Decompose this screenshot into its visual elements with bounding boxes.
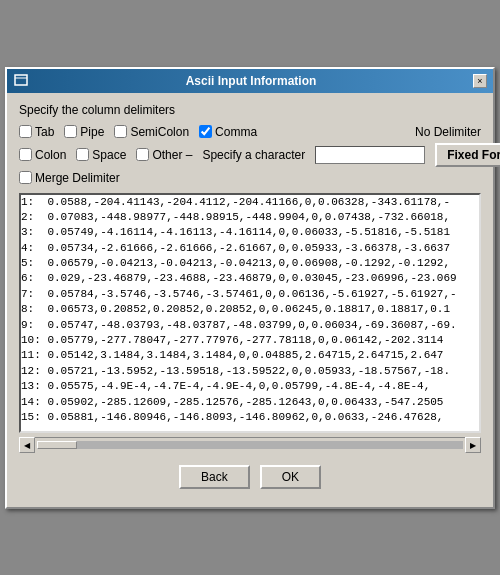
close-button[interactable]: × xyxy=(473,74,487,88)
delimiter-row-2: Colon Space Other – Specify a character … xyxy=(19,143,481,167)
data-scroll-container[interactable]: 1: 0.0588,-204.41143,-204.4112,-204.4116… xyxy=(21,195,479,431)
ok-button[interactable]: OK xyxy=(260,465,321,489)
fixed-format-button[interactable]: Fixed Format xyxy=(435,143,500,167)
svg-rect-0 xyxy=(15,75,27,85)
colon-checkbox[interactable] xyxy=(19,148,32,161)
tab-checkbox[interactable] xyxy=(19,125,32,138)
content-area: Specify the column delimiters Tab Pipe S… xyxy=(7,93,493,507)
title-bar: Ascii Input Information × xyxy=(7,69,493,93)
window-title: Ascii Input Information xyxy=(29,74,473,88)
scroll-left-arrow[interactable]: ◀ xyxy=(19,437,35,453)
space-checkbox-item: Space xyxy=(76,148,126,162)
space-checkbox[interactable] xyxy=(76,148,89,161)
pipe-checkbox[interactable] xyxy=(64,125,77,138)
window-icon xyxy=(13,73,29,89)
semicolon-checkbox[interactable] xyxy=(114,125,127,138)
specify-label: Specify a character xyxy=(202,148,305,162)
no-delimiter-label: No Delimiter xyxy=(415,125,481,139)
colon-checkbox-item: Colon xyxy=(19,148,66,162)
other-label: Other – xyxy=(152,148,192,162)
semicolon-checkbox-item: SemiColon xyxy=(114,125,189,139)
data-display-area: 1: 0.0588,-204.41143,-204.4112,-204.4116… xyxy=(19,193,481,433)
horizontal-scrollbar[interactable]: ◀ ▶ xyxy=(19,437,481,453)
scroll-track[interactable] xyxy=(37,441,463,449)
merge-checkbox-item: Merge Delimiter xyxy=(19,171,120,185)
merge-label: Merge Delimiter xyxy=(35,171,120,185)
tab-label: Tab xyxy=(35,125,54,139)
delimiter-section-label: Specify the column delimiters xyxy=(19,103,481,117)
other-checkbox-item: Other – xyxy=(136,148,192,162)
delimiter-row-3: Merge Delimiter xyxy=(19,171,481,185)
comma-label: Comma xyxy=(215,125,257,139)
comma-checkbox-item: Comma xyxy=(199,125,257,139)
delimiter-row-1: Tab Pipe SemiColon Comma No Delimiter xyxy=(19,125,481,139)
other-checkbox[interactable] xyxy=(136,148,149,161)
semicolon-label: SemiColon xyxy=(130,125,189,139)
colon-label: Colon xyxy=(35,148,66,162)
pipe-checkbox-item: Pipe xyxy=(64,125,104,139)
merge-checkbox[interactable] xyxy=(19,171,32,184)
scroll-right-arrow[interactable]: ▶ xyxy=(465,437,481,453)
pipe-label: Pipe xyxy=(80,125,104,139)
tab-checkbox-item: Tab xyxy=(19,125,54,139)
main-window: Ascii Input Information × Specify the co… xyxy=(5,67,495,509)
space-label: Space xyxy=(92,148,126,162)
comma-checkbox[interactable] xyxy=(199,125,212,138)
button-row: Back OK xyxy=(19,459,481,497)
scroll-thumb[interactable] xyxy=(37,441,77,449)
specify-input[interactable] xyxy=(315,146,425,164)
back-button[interactable]: Back xyxy=(179,465,250,489)
data-content: 1: 0.0588,-204.41143,-204.4112,-204.4116… xyxy=(21,195,479,426)
